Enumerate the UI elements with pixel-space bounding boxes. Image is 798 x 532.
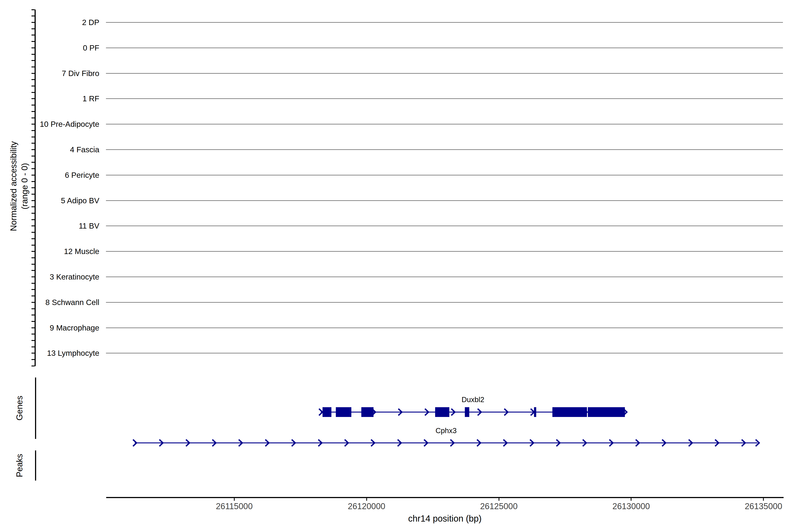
y-axis-label: Normalized accessibility (range 0 - 0): [8, 0, 31, 375]
strand-arrow-icon: [529, 438, 534, 448]
y-axis-tick: [32, 54, 35, 55]
exon-box: [465, 407, 469, 417]
track-label: 3 Keratinocyte: [0, 271, 99, 283]
x-axis-tick: [498, 498, 499, 501]
gene-name-label: Cphx3: [391, 426, 501, 435]
y-axis-tick: [32, 187, 35, 188]
x-axis-title: chr14 position (bp): [334, 513, 556, 524]
track-baseline: [106, 201, 783, 201]
strand-arrow-icon: [755, 438, 760, 448]
track-baseline: [106, 48, 783, 48]
strand-arrow-icon: [451, 407, 456, 417]
strand-arrow-icon: [635, 438, 640, 448]
peaks-bracket: [35, 451, 36, 480]
x-axis-tick: [631, 498, 631, 501]
peaks-section-label-text: Peaks: [14, 432, 25, 499]
track-label: 8 Schwann Cell: [0, 297, 99, 308]
y-axis-tick: [32, 238, 35, 239]
exon-box: [336, 407, 352, 417]
x-axis-tick-label: 26120000: [322, 501, 411, 511]
strand-arrow-icon: [502, 438, 508, 448]
y-axis-tick: [32, 308, 35, 309]
track-baseline: [106, 302, 783, 303]
track-baseline: [106, 124, 783, 125]
track-baseline: [106, 328, 783, 328]
track-baseline: [106, 175, 783, 175]
track-baseline: [106, 149, 783, 150]
y-axis-tick: [32, 136, 35, 137]
y-axis-tick: [32, 9, 35, 10]
y-axis-tick: [32, 334, 35, 335]
strand-arrow-icon: [318, 438, 323, 448]
track-baseline: [106, 22, 783, 23]
x-axis-tick-label: 26130000: [587, 501, 676, 511]
genome-browser-figure: Normalized accessibility (range 0 - 0) 2…: [0, 0, 798, 532]
y-axis-tick: [32, 213, 35, 214]
track-baseline: [106, 277, 783, 277]
track-label: 4 Fascia: [0, 144, 99, 156]
exon-box: [588, 407, 625, 417]
strand-arrow-icon: [211, 438, 217, 448]
y-axis-tick: [32, 289, 35, 290]
y-axis-tick: [32, 258, 35, 258]
track-baseline: [106, 251, 783, 252]
strand-arrow-icon: [424, 407, 430, 417]
strand-arrow-icon: [608, 438, 614, 448]
y-axis-tick: [32, 365, 35, 366]
strand-arrow-icon: [185, 438, 190, 448]
x-axis-tick-label: 26125000: [455, 501, 543, 511]
y-axis-label-line2: (range 0 - 0): [19, 0, 30, 375]
exon-box: [361, 407, 374, 417]
peaks-section-label: Peaks: [14, 432, 25, 499]
track-label: 5 Adipo BV: [0, 195, 99, 207]
genes-section-label: Genes: [14, 375, 25, 441]
y-axis-label-line1: Normalized accessibility: [8, 0, 19, 375]
y-axis-tick: [32, 60, 35, 61]
y-axis-tick: [32, 28, 35, 29]
y-axis-tick: [32, 181, 35, 182]
strand-arrow-icon: [291, 438, 296, 448]
x-axis-tick-label: 26115000: [190, 501, 279, 511]
exon-box: [435, 407, 449, 417]
exon-box: [323, 407, 331, 417]
exon-box: [552, 407, 587, 417]
track-label: 0 PF: [0, 42, 99, 54]
track-label: 13 Lymphocyte: [0, 347, 99, 359]
strand-arrow-icon: [661, 438, 667, 448]
y-axis-tick: [32, 315, 35, 316]
strand-arrow-icon: [504, 407, 509, 417]
y-axis-tick: [32, 156, 35, 156]
track-label: 6 Pericyte: [0, 169, 99, 181]
strand-arrow-icon: [238, 438, 243, 448]
track-label: 7 Div Fibro: [0, 68, 99, 79]
genes-section-label-text: Genes: [14, 375, 25, 441]
track-label: 1 RF: [0, 93, 99, 104]
track-baseline: [106, 98, 783, 99]
strand-arrow-icon: [555, 438, 561, 448]
x-axis-tick: [366, 498, 367, 501]
y-axis-tick: [32, 206, 35, 207]
x-axis-tick: [234, 498, 235, 501]
y-axis-tick: [32, 35, 35, 36]
strand-arrow-icon: [264, 438, 270, 448]
genes-bracket: [35, 378, 36, 439]
x-axis-tick-label: 26135000: [719, 501, 798, 511]
track-label: 11 BV: [0, 220, 99, 232]
y-axis-tick: [32, 340, 35, 341]
x-axis-line: [106, 497, 784, 498]
strand-arrow-icon: [450, 438, 455, 448]
y-axis-tick: [32, 359, 35, 360]
y-axis-tick: [32, 111, 35, 112]
strand-arrow-icon: [582, 438, 587, 448]
y-axis-tick: [32, 79, 35, 80]
strand-arrow-icon: [741, 438, 746, 448]
y-axis-spine: [35, 10, 36, 366]
y-axis-tick: [32, 162, 35, 163]
y-axis-tick: [32, 232, 35, 233]
strand-arrow-icon: [397, 407, 403, 417]
strand-arrow-icon: [370, 438, 376, 448]
y-axis-tick: [32, 130, 35, 131]
track-label: 12 Muscle: [0, 245, 99, 258]
gene-name-label: Duxbl2: [418, 395, 529, 404]
strand-arrow-icon: [476, 438, 481, 448]
